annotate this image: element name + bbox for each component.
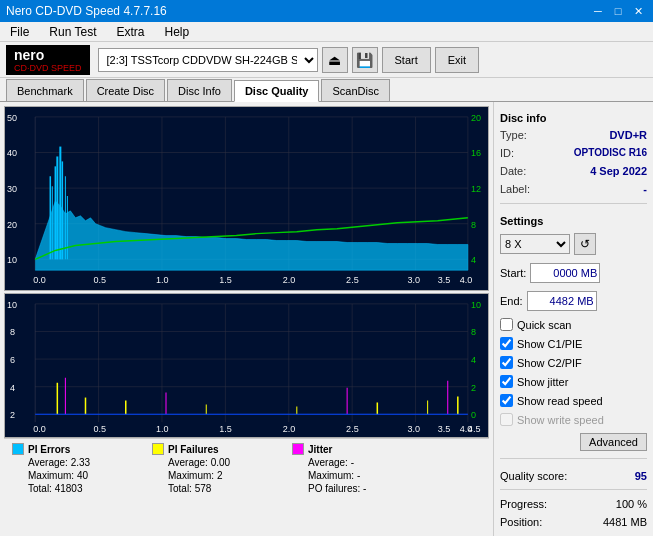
exit-button[interactable]: Exit <box>435 47 479 73</box>
pi-errors-average: Average: 2.33 <box>12 457 132 468</box>
type-value: DVD+R <box>609 129 647 141</box>
type-label: Type: <box>500 129 527 141</box>
quick-scan-checkbox[interactable] <box>500 318 513 331</box>
svg-text:4.0: 4.0 <box>460 275 473 285</box>
svg-text:10: 10 <box>471 300 481 310</box>
tab-benchmark[interactable]: Benchmark <box>6 79 84 101</box>
disc-label-row: Label: - <box>500 182 647 196</box>
menu-extra[interactable]: Extra <box>110 23 150 41</box>
svg-text:10: 10 <box>7 300 17 310</box>
svg-text:1.0: 1.0 <box>156 275 169 285</box>
legend-pi-failures: PI Failures Average: 0.00 Maximum: 2 Tot… <box>152 443 272 494</box>
svg-text:3.5: 3.5 <box>438 424 451 434</box>
logo-text: nero <box>14 47 44 63</box>
end-row: End: <box>500 291 647 311</box>
tab-disc-quality[interactable]: Disc Quality <box>234 80 320 102</box>
refresh-button[interactable]: ↺ <box>574 233 596 255</box>
divider-2 <box>500 458 647 459</box>
end-label: End: <box>500 295 523 307</box>
start-label: Start: <box>500 267 526 279</box>
position-value: 4481 MB <box>603 516 647 528</box>
svg-text:0: 0 <box>471 410 476 420</box>
svg-text:0.5: 0.5 <box>94 275 107 285</box>
show-write-speed-label: Show write speed <box>517 414 604 426</box>
pi-failures-label: PI Failures <box>168 444 219 455</box>
show-c2pif-row: Show C2/PIF <box>500 356 647 369</box>
divider-3 <box>500 489 647 490</box>
progress-row: Progress: 100 % <box>500 498 647 510</box>
legend-area: PI Errors Average: 2.33 Maximum: 40 Tota… <box>4 438 489 498</box>
svg-text:0.0: 0.0 <box>33 424 46 434</box>
speed-row: 8 X ↺ <box>500 233 647 255</box>
show-write-speed-row: Show write speed <box>500 413 647 426</box>
jitter-color-box <box>292 443 304 455</box>
show-c1pie-label: Show C1/PIE <box>517 338 582 350</box>
show-jitter-checkbox[interactable] <box>500 375 513 388</box>
tab-disc-info[interactable]: Disc Info <box>167 79 232 101</box>
pi-failures-maximum: Maximum: 2 <box>152 470 272 481</box>
menu-file[interactable]: File <box>4 23 35 41</box>
pi-failures-total: Total: 578 <box>152 483 272 494</box>
save-button[interactable]: 💾 <box>352 47 378 73</box>
maximize-button[interactable]: □ <box>609 3 627 19</box>
svg-text:8: 8 <box>10 328 15 338</box>
tabs-bar: Benchmark Create Disc Disc Info Disc Qua… <box>0 78 653 102</box>
disc-type-row: Type: DVD+R <box>500 128 647 142</box>
jitter-maximum: Maximum: - <box>292 470 412 481</box>
tab-create-disc[interactable]: Create Disc <box>86 79 165 101</box>
show-read-speed-checkbox[interactable] <box>500 394 513 407</box>
svg-text:4: 4 <box>10 383 15 393</box>
svg-text:2.5: 2.5 <box>346 424 359 434</box>
logo-sub: CD·DVD SPEED <box>14 63 82 73</box>
svg-text:3.0: 3.0 <box>408 275 421 285</box>
quality-score-label: Quality score: <box>500 470 567 482</box>
tab-scandisc[interactable]: ScanDisc <box>321 79 389 101</box>
pi-failures-color-box <box>152 443 164 455</box>
svg-text:10: 10 <box>7 255 17 265</box>
disc-info-title: Disc info <box>500 112 647 124</box>
svg-text:40: 40 <box>7 149 17 159</box>
svg-text:50: 50 <box>7 113 17 123</box>
show-jitter-label: Show jitter <box>517 376 568 388</box>
window-title: Nero CD-DVD Speed 4.7.7.16 <box>6 4 167 18</box>
show-c2pif-checkbox[interactable] <box>500 356 513 369</box>
jitter-label: Jitter <box>308 444 332 455</box>
chart-bottom: 10 8 6 4 2 10 8 4 2 0 0.0 0.5 1.0 1.5 2.… <box>4 293 489 438</box>
pi-errors-label: PI Errors <box>28 444 70 455</box>
menu-help[interactable]: Help <box>159 23 196 41</box>
pi-errors-color-box <box>12 443 24 455</box>
pi-errors-total: Total: 41803 <box>12 483 132 494</box>
show-read-speed-label: Show read speed <box>517 395 603 407</box>
advanced-button[interactable]: Advanced <box>580 433 647 451</box>
right-panel: Disc info Type: DVD+R ID: OPTODISC R16 D… <box>493 102 653 536</box>
show-c1pie-checkbox[interactable] <box>500 337 513 350</box>
minimize-button[interactable]: ─ <box>589 3 607 19</box>
svg-text:0.5: 0.5 <box>94 424 107 434</box>
date-value: 4 Sep 2022 <box>590 165 647 177</box>
svg-text:4.5: 4.5 <box>468 424 481 434</box>
id-label: ID: <box>500 147 514 159</box>
end-input[interactable] <box>527 291 597 311</box>
svg-text:4: 4 <box>471 355 476 365</box>
start-button[interactable]: Start <box>382 47 431 73</box>
progress-value: 100 % <box>616 498 647 510</box>
svg-text:1.5: 1.5 <box>219 424 232 434</box>
show-read-speed-row: Show read speed <box>500 394 647 407</box>
eject-button[interactable]: ⏏ <box>322 47 348 73</box>
id-value: OPTODISC R16 <box>574 147 647 159</box>
speed-select[interactable]: 8 X <box>500 234 570 254</box>
settings-title: Settings <box>500 215 647 227</box>
legend-pi-errors: PI Errors Average: 2.33 Maximum: 40 Tota… <box>12 443 132 494</box>
chart-top: 50 40 30 20 10 20 16 12 8 4 0.0 0.5 1.0 … <box>4 106 489 291</box>
jitter-average: Average: - <box>292 457 412 468</box>
divider-1 <box>500 203 647 204</box>
quick-scan-label: Quick scan <box>517 319 571 331</box>
drive-select[interactable]: [2:3] TSSTcorp CDDVDW SH-224GB SB00 <box>98 48 318 72</box>
menu-run-test[interactable]: Run Test <box>43 23 102 41</box>
svg-text:20: 20 <box>471 113 481 123</box>
start-input[interactable] <box>530 263 600 283</box>
close-button[interactable]: ✕ <box>629 3 647 19</box>
svg-text:2.0: 2.0 <box>283 424 296 434</box>
po-failures: PO failures: - <box>292 483 412 494</box>
title-bar-controls: ─ □ ✕ <box>589 3 647 19</box>
